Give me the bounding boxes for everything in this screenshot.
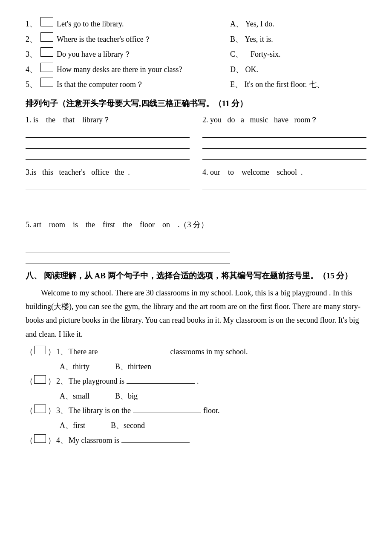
match-ans-4: OK. [245,65,259,74]
write-line-4b[interactable] [202,192,366,201]
write-line-2c[interactable] [202,150,366,160]
matching-section: 1、 Let's go to the library. A、 Yes, I do… [26,17,366,91]
write-line-5a[interactable] [26,232,230,241]
reading-q3-rest: floor. [203,404,220,417]
reorder-title: 排列句子（注意开头字母要大写,四线三格正确书写。（11 分） [26,99,248,108]
match-ans-3: Forty-six. [251,50,281,58]
match-question-5: Is that the computer room？ [57,78,144,91]
reading-q3-text: The library is on the [69,404,131,417]
reading-q1-opt-b: B、thirteen [115,360,151,373]
write-line-1b[interactable] [26,139,190,149]
match-ans-letter-2: B、 [230,35,243,43]
match-left-5: 5、 Is that the computer room？ [26,78,230,91]
match-num-1: 1、 [26,17,37,31]
write-col-right-2 [202,181,366,214]
reading-section: 八、 阅读理解，从 AB 两个句子中，选择合适的选项，将其编号写在题前括号里。（… [26,269,366,447]
match-right-4: D、 OK. [230,63,366,76]
match-question-4: How many desks are there in your class? [57,63,182,76]
reorder-col-4: 4. our to welcome school . [202,166,366,180]
reading-q2-opt-a: A、small [60,390,89,403]
match-paren-2[interactable] [40,32,53,42]
write-line-3b[interactable] [26,192,190,201]
reading-q3-num: 3、 [56,404,68,417]
reading-q3-paren-open: （ [26,404,33,417]
reading-q3-opt-a: A、first [60,419,85,432]
reading-section-title: 阅读理解，从 AB 两个句子中，选择合适的选项，将其编号写在题前括号里。（15 … [44,271,353,280]
write-col-left-1 [26,128,190,162]
match-row-2: 2、 Where is the teacher's office？ B、 Yes… [26,32,366,46]
write-line-2a[interactable] [202,128,366,138]
reading-q2-rest: . [197,375,199,388]
reading-q4-row: （ ） 4、 My classroom is [26,434,366,447]
reorder-pair-1-2: 1. is the that library？ 2. you do a musi… [26,113,366,162]
reading-q1-paren-close: ） [48,345,55,358]
write-line-4c[interactable] [202,203,366,212]
match-ans-5: It's on the first floor. [245,80,307,89]
reorder-col-1: 1. is the that library？ [26,113,190,127]
reading-q3-paren-box[interactable] [34,405,46,413]
match-section-label: 七、 [309,80,324,89]
reorder-words-5: 5. art room is the first the floor on .（… [26,218,366,231]
reading-q2-blank[interactable] [127,383,195,384]
reading-q4-text: My classroom is [69,434,119,447]
write-line-2b[interactable] [202,139,366,149]
match-row-3: 3、 Do you have a library？ C、 Forty-six. [26,47,366,61]
reading-q2-num: 2、 [56,375,68,388]
reading-q1-paren-box[interactable] [34,346,46,354]
reading-q4-paren-open: （ [26,434,33,447]
reading-q2-paren-box[interactable] [34,375,46,384]
write-line-1a[interactable] [26,128,190,138]
write-line-5c[interactable] [26,254,230,263]
reading-q3-options: A、first B、second [26,419,366,432]
write-line-3a[interactable] [26,181,190,190]
write-line-1c[interactable] [26,150,190,160]
write-col-left-2 [26,181,190,214]
reading-q3-paren-close: ） [48,404,55,417]
match-right-3: C、 Forty-six. [230,48,366,61]
match-right-5: E、 It's on the first floor. 七、 [230,78,366,91]
write-line-3c[interactable] [26,203,190,212]
reorder-write-lines-1 [26,128,366,162]
reorder-col-2: 2. you do a music have room？ [202,113,366,127]
reading-q1-blank[interactable] [100,354,168,354]
reorder-write-lines-5 [26,232,366,263]
match-num-5: 5、 [26,78,37,91]
match-row-5: 5、 Is that the computer room？ E、 It's on… [26,78,366,91]
match-paren-4[interactable] [40,63,53,72]
reading-q2-text: The playground is [69,375,124,388]
write-line-4a[interactable] [202,181,366,190]
match-paren-1[interactable] [40,17,53,26]
reading-passage: Welcome to my school. There are 30 class… [26,286,366,341]
reading-q4-paren-box[interactable] [34,434,46,443]
match-paren-3[interactable] [40,47,53,57]
write-col-right-1 [202,128,366,162]
reading-q2-paren-close: ） [48,375,55,388]
match-num-3: 3、 [26,48,37,61]
reading-section-label: 八、 [26,271,42,280]
reading-q2-opt-b: B、big [115,390,138,403]
match-ans-letter-5: E、 [230,80,242,89]
reading-q3-blank[interactable] [133,413,201,413]
reading-q1-text: There are [69,345,98,358]
match-ans-1: Yes, I do. [245,20,274,28]
match-ans-letter-1: A、 [230,20,243,28]
reading-q1-options: A、thirty B、thirteen [26,360,366,373]
reorder-words-4: 4. our to welcome school . [202,166,366,179]
reorder-section-header: 排列句子（注意开头字母要大写,四线三格正确书写。（11 分） [26,97,366,110]
reading-section-header: 八、 阅读理解，从 AB 两个句子中，选择合适的选项，将其编号写在题前括号里。（… [26,269,366,282]
match-paren-5[interactable] [40,78,53,87]
match-question-3: Do you have a library？ [57,48,131,61]
match-num-4: 4、 [26,63,37,76]
reading-q4-blank[interactable] [121,442,190,443]
match-right-2: B、 Yes, it is. [230,33,366,46]
match-ans-2: Yes, it is. [245,35,273,43]
reorder-write-lines-2 [26,181,366,214]
match-ans-letter-3: C、 [230,50,243,58]
reading-q2-paren-open: （ [26,375,33,388]
reading-q4-num: 4、 [56,434,68,447]
reading-q1-row: （ ） 1、 There are classrooms in my school… [26,345,366,358]
reading-q1-paren-open: （ [26,345,33,358]
reorder-words-2: 2. you do a music have room？ [202,113,366,127]
write-line-5b[interactable] [26,243,230,252]
reading-q1-opt-a: A、thirty [60,360,89,373]
